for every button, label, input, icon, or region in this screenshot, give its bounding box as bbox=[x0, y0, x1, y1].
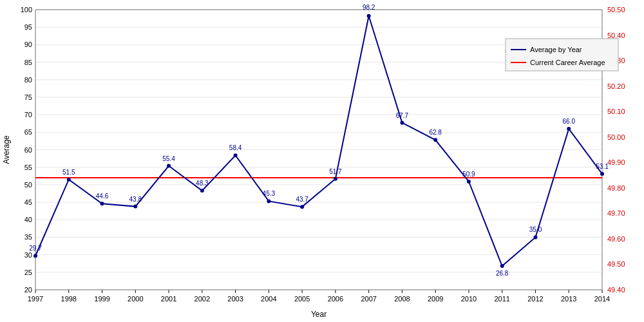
svg-point-104 bbox=[300, 205, 304, 209]
svg-text:Year: Year bbox=[311, 310, 327, 319]
svg-text:2010: 2010 bbox=[461, 295, 477, 303]
svg-text:2004: 2004 bbox=[261, 295, 276, 303]
svg-text:50.40: 50.40 bbox=[607, 32, 625, 39]
svg-text:55: 55 bbox=[24, 164, 32, 171]
svg-text:55.4: 55.4 bbox=[162, 155, 175, 162]
svg-text:1997: 1997 bbox=[28, 295, 43, 303]
svg-text:50.00: 50.00 bbox=[607, 133, 625, 141]
svg-point-98 bbox=[200, 189, 204, 193]
svg-text:35.0: 35.0 bbox=[529, 226, 542, 233]
svg-text:66.0: 66.0 bbox=[563, 118, 576, 125]
svg-text:98.2: 98.2 bbox=[363, 4, 375, 11]
svg-text:43.7: 43.7 bbox=[296, 196, 308, 203]
svg-text:45.3: 45.3 bbox=[263, 190, 276, 197]
svg-text:90: 90 bbox=[24, 41, 32, 48]
svg-text:25: 25 bbox=[24, 269, 32, 276]
svg-text:2001: 2001 bbox=[161, 295, 176, 303]
svg-text:58.4: 58.4 bbox=[229, 144, 242, 151]
svg-text:20: 20 bbox=[24, 286, 32, 294]
svg-text:49.40: 49.40 bbox=[607, 286, 625, 294]
svg-text:26.8: 26.8 bbox=[496, 270, 509, 277]
svg-text:2009: 2009 bbox=[428, 295, 443, 303]
svg-text:2013: 2013 bbox=[561, 295, 576, 303]
svg-text:85: 85 bbox=[24, 59, 32, 66]
svg-text:49.90: 49.90 bbox=[607, 158, 625, 166]
svg-text:50: 50 bbox=[24, 181, 32, 189]
svg-text:95: 95 bbox=[24, 23, 32, 31]
svg-point-120 bbox=[567, 127, 571, 131]
svg-point-122 bbox=[600, 172, 604, 176]
svg-text:100: 100 bbox=[21, 6, 32, 14]
svg-text:2014: 2014 bbox=[594, 295, 610, 303]
svg-text:1999: 1999 bbox=[94, 295, 109, 303]
svg-point-114 bbox=[467, 180, 471, 184]
svg-text:70: 70 bbox=[24, 111, 32, 118]
svg-text:44.6: 44.6 bbox=[96, 193, 109, 200]
svg-point-90 bbox=[67, 178, 71, 182]
svg-text:45: 45 bbox=[24, 198, 32, 206]
svg-point-102 bbox=[267, 199, 270, 203]
svg-text:Average: Average bbox=[2, 135, 11, 164]
svg-text:49.70: 49.70 bbox=[607, 209, 625, 217]
svg-text:Current Career Average: Current Career Average bbox=[530, 59, 605, 66]
svg-text:51.5: 51.5 bbox=[62, 169, 75, 176]
svg-point-112 bbox=[433, 138, 437, 142]
svg-text:75: 75 bbox=[24, 93, 32, 101]
svg-text:Average by Year: Average by Year bbox=[530, 46, 582, 53]
svg-text:60: 60 bbox=[24, 146, 32, 154]
svg-text:2005: 2005 bbox=[294, 295, 310, 303]
svg-point-116 bbox=[500, 264, 504, 268]
svg-point-118 bbox=[533, 235, 537, 239]
svg-text:49.80: 49.80 bbox=[607, 184, 625, 192]
svg-point-96 bbox=[167, 164, 171, 168]
svg-text:29.7: 29.7 bbox=[29, 245, 42, 252]
svg-text:50.9: 50.9 bbox=[462, 171, 475, 178]
svg-text:62.8: 62.8 bbox=[429, 129, 442, 136]
svg-text:51.7: 51.7 bbox=[329, 168, 342, 175]
svg-text:2007: 2007 bbox=[361, 295, 376, 303]
svg-text:65: 65 bbox=[24, 128, 32, 136]
svg-text:2006: 2006 bbox=[328, 295, 343, 303]
svg-text:80: 80 bbox=[24, 76, 32, 84]
svg-text:50.10: 50.10 bbox=[607, 108, 625, 115]
svg-text:50.50: 50.50 bbox=[607, 6, 625, 14]
svg-text:35: 35 bbox=[24, 233, 32, 241]
svg-point-94 bbox=[133, 205, 137, 209]
svg-text:2003: 2003 bbox=[227, 295, 243, 303]
svg-text:40: 40 bbox=[24, 216, 32, 223]
svg-text:49.60: 49.60 bbox=[607, 235, 625, 243]
svg-text:48.3: 48.3 bbox=[196, 180, 209, 187]
svg-text:43.8: 43.8 bbox=[129, 196, 142, 203]
svg-point-92 bbox=[100, 202, 104, 205]
svg-point-100 bbox=[234, 153, 238, 157]
svg-text:67.7: 67.7 bbox=[396, 112, 409, 119]
chart-svg: 2025303540455055606570758085909510049.40… bbox=[0, 0, 644, 322]
svg-text:2012: 2012 bbox=[527, 295, 543, 303]
svg-text:30: 30 bbox=[24, 251, 32, 259]
svg-text:53.1: 53.1 bbox=[596, 163, 609, 170]
svg-point-108 bbox=[367, 14, 371, 18]
svg-text:49.50: 49.50 bbox=[607, 260, 625, 268]
svg-text:2002: 2002 bbox=[194, 295, 210, 303]
svg-text:2011: 2011 bbox=[494, 295, 509, 303]
svg-point-110 bbox=[400, 121, 404, 125]
svg-text:50.20: 50.20 bbox=[607, 82, 625, 90]
svg-point-106 bbox=[334, 177, 337, 181]
svg-text:1998: 1998 bbox=[61, 295, 77, 303]
svg-text:2000: 2000 bbox=[128, 295, 143, 303]
svg-point-88 bbox=[33, 254, 37, 258]
svg-text:2008: 2008 bbox=[394, 295, 410, 303]
chart-container: 2025303540455055606570758085909510049.40… bbox=[0, 0, 644, 322]
